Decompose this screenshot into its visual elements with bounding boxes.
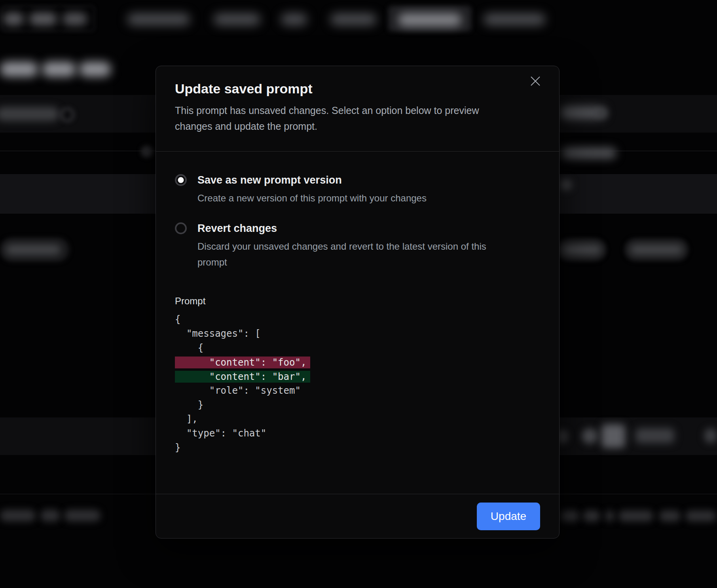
- blurred-add-message-glyphs: [562, 245, 601, 255]
- blurred-filter-control: [0, 107, 59, 121]
- blurred-nav-item-5: [398, 13, 461, 26]
- blurred-bottom-right-word-3: [605, 510, 614, 522]
- blurred-row-icon: [141, 146, 153, 157]
- code-line: "content": "bar",: [175, 369, 540, 383]
- update-saved-prompt-dialog: Update saved prompt This prompt has unsa…: [156, 66, 560, 539]
- blurred-project-caret: [63, 13, 87, 25]
- blurred-release-button: [635, 428, 674, 443]
- blurred-nav-item-3: [281, 13, 307, 25]
- blurred-nav-item-2: [214, 13, 260, 25]
- option-label: Revert changes: [197, 220, 277, 236]
- dialog-description: This prompt has unsaved changes. Select …: [175, 102, 495, 134]
- option-texts: Save as new prompt version: [187, 172, 342, 188]
- blurred-right-row-3: [560, 179, 572, 191]
- code-line: "content": "foo",: [175, 355, 540, 369]
- code-line: {: [175, 312, 540, 326]
- blurred-project-name: [29, 13, 57, 25]
- option-label: Save as new prompt version: [197, 172, 342, 188]
- prompt-code: { "messages": [ { "content": "foo", "con…: [175, 312, 540, 455]
- blurred-right-row-2: [561, 147, 616, 159]
- prompt-section-label: Prompt: [175, 293, 540, 309]
- dialog-footer: Update: [156, 494, 559, 538]
- blurred-nav-item-4: [330, 13, 376, 25]
- code-line: "role": "system": [175, 383, 540, 398]
- blurred-bottom-icon-2: [582, 428, 598, 444]
- close-icon: [530, 76, 541, 86]
- code-line: ],: [175, 412, 540, 426]
- option-description: Discard your unsaved changes and revert …: [197, 239, 498, 270]
- close-button[interactable]: [525, 71, 546, 91]
- update-button[interactable]: Update: [477, 503, 540, 530]
- blurred-bottom-right-word-1: [561, 510, 579, 522]
- option-revert-changes[interactable]: Revert changes: [175, 220, 540, 236]
- code-line: "messages": [: [175, 326, 540, 341]
- blurred-bottom-left-word-2: [40, 510, 60, 522]
- blurred-add-task-glyphs-left: [6, 245, 61, 255]
- blurred-add-task-glyphs-right: [630, 245, 683, 255]
- code-line: {: [175, 341, 540, 355]
- blurred-page-title-word-2: [42, 62, 76, 77]
- blurred-filter-icon: [60, 108, 74, 122]
- radio-revert-changes[interactable]: [175, 222, 187, 234]
- blurred-bottom-left-word-3: [64, 510, 101, 522]
- code-line: "type": "chat": [175, 426, 540, 440]
- blurred-nav-item-1: [127, 13, 190, 25]
- radio-save-as-new-version[interactable]: [175, 174, 187, 186]
- blurred-right-row-1-caret: [597, 109, 607, 117]
- blurred-bottom-right-word-5: [659, 510, 681, 522]
- blurred-bottom-right-word-2: [583, 510, 600, 522]
- header-divider: [156, 151, 559, 152]
- code-line: }: [175, 440, 540, 455]
- blurred-bottom-right-word-4: [618, 510, 653, 522]
- blurred-page-title-word-1: [0, 62, 38, 77]
- dialog-title: Update saved prompt: [175, 80, 540, 97]
- option-save-as-new-version[interactable]: Save as new prompt version: [175, 172, 540, 188]
- blurred-nav-item-6: [484, 13, 545, 25]
- option-list: Save as new prompt version Create a new …: [156, 172, 559, 270]
- blurred-page-title-word-3: [79, 62, 111, 77]
- code-line: }: [175, 398, 540, 412]
- dialog-header: Update saved prompt This prompt has unsa…: [156, 66, 559, 134]
- blurred-bottom-icon-4: [704, 428, 717, 443]
- blurred-bottom-left-word-1: [0, 510, 36, 522]
- blurred-logo: [3, 13, 24, 25]
- blurred-bottom-right-word-6: [685, 510, 716, 522]
- option-description: Create a new version of this prompt with…: [197, 190, 498, 206]
- option-texts: Revert changes: [187, 220, 277, 236]
- blurred-bottom-icon-3: [601, 424, 625, 448]
